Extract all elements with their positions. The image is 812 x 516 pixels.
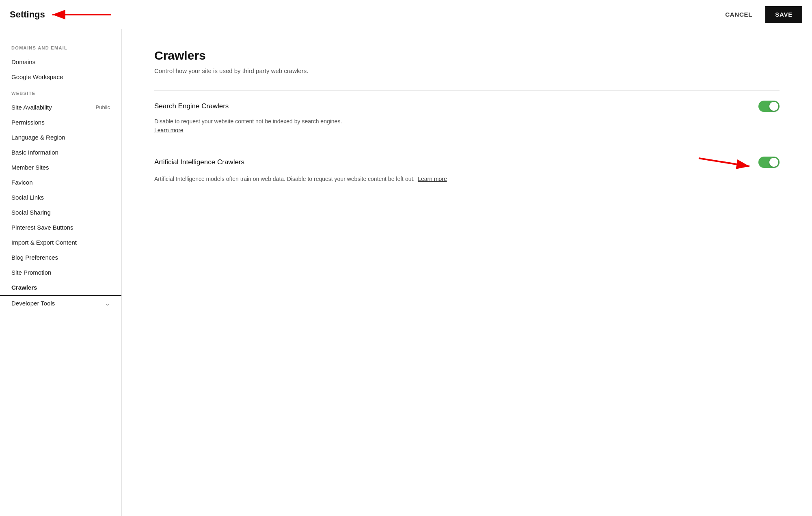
- sidebar-item-permissions[interactable]: Permissions: [0, 115, 121, 130]
- sidebar-item-crawlers-wrapper: Crawlers: [0, 280, 121, 296]
- sidebar-item-blog-preferences[interactable]: Blog Preferences: [0, 250, 121, 265]
- search-engine-crawlers-header: Search Engine Crawlers: [154, 101, 780, 112]
- sidebar-item-social-links[interactable]: Social Links: [0, 190, 121, 205]
- svg-line-5: [699, 158, 749, 166]
- ai-crawlers-section: Artificial Intelligence Crawlers: [154, 145, 780, 193]
- sidebar: DOMAINS AND EMAIL Domains Google Workspa…: [0, 29, 122, 516]
- header: Settings CANCEL SAVE: [0, 0, 812, 29]
- sidebar-item-member-sites[interactable]: Member Sites: [0, 160, 121, 175]
- main-layout: DOMAINS AND EMAIL Domains Google Workspa…: [0, 29, 812, 516]
- sidebar-section-label-domains: DOMAINS AND EMAIL: [0, 45, 121, 54]
- main-content: Crawlers Control how your site is used b…: [122, 29, 812, 516]
- crawlers-title: Crawlers: [154, 49, 780, 62]
- sidebar-item-site-promotion[interactable]: Site Promotion: [0, 265, 121, 280]
- sidebar-item-developer-tools[interactable]: Developer Tools ⌄: [0, 296, 121, 311]
- ai-crawlers-desc: Artificial Intelligence models often tra…: [154, 174, 780, 183]
- search-engine-crawlers-title: Search Engine Crawlers: [154, 102, 229, 110]
- sidebar-item-pinterest-save-buttons[interactable]: Pinterest Save Buttons: [0, 220, 121, 235]
- chevron-down-icon: ⌄: [105, 300, 110, 307]
- ai-toggle-wrapper: [697, 155, 780, 170]
- sidebar-item-language-region[interactable]: Language & Region: [0, 130, 121, 145]
- ai-crawlers-title: Artificial Intelligence Crawlers: [154, 158, 244, 166]
- sidebar-section-label-website: WEBSITE: [0, 91, 121, 100]
- ai-crawlers-toggle[interactable]: [758, 157, 780, 168]
- sidebar-item-social-sharing[interactable]: Social Sharing: [0, 205, 121, 220]
- ai-crawlers-header: Artificial Intelligence Crawlers: [154, 155, 780, 170]
- site-availability-badge: Public: [96, 104, 110, 110]
- ai-toggle-arrow-icon: [697, 155, 754, 170]
- sidebar-section-domains-email: DOMAINS AND EMAIL Domains Google Workspa…: [0, 45, 121, 84]
- cancel-button[interactable]: CANCEL: [719, 8, 759, 21]
- sidebar-item-basic-information[interactable]: Basic Information: [0, 145, 121, 160]
- search-engine-learn-more-link[interactable]: Learn more: [154, 127, 184, 133]
- sidebar-item-crawlers[interactable]: Crawlers: [0, 280, 121, 296]
- header-actions: CANCEL SAVE: [719, 6, 802, 23]
- sidebar-item-import-export-content[interactable]: Import & Export Content: [0, 235, 121, 250]
- save-button[interactable]: SAVE: [765, 6, 802, 23]
- sidebar-section-website: WEBSITE Site Availability Public Permiss…: [0, 91, 121, 311]
- ai-learn-more-link[interactable]: Learn more: [418, 176, 447, 182]
- search-engine-crawlers-section: Search Engine Crawlers Disable to reques…: [154, 90, 780, 145]
- crawlers-subtitle: Control how your site is used by third p…: [154, 67, 780, 74]
- search-engine-crawlers-toggle[interactable]: [758, 101, 780, 112]
- title-arrow-icon: [48, 7, 113, 22]
- page-title: Settings: [10, 9, 45, 20]
- search-engine-crawlers-desc: Disable to request your website content …: [154, 117, 780, 135]
- sidebar-item-site-availability[interactable]: Site Availability Public: [0, 100, 121, 115]
- sidebar-item-favicon[interactable]: Favicon: [0, 175, 121, 190]
- sidebar-item-domains[interactable]: Domains: [0, 54, 121, 69]
- sidebar-item-google-workspace[interactable]: Google Workspace: [0, 69, 121, 84]
